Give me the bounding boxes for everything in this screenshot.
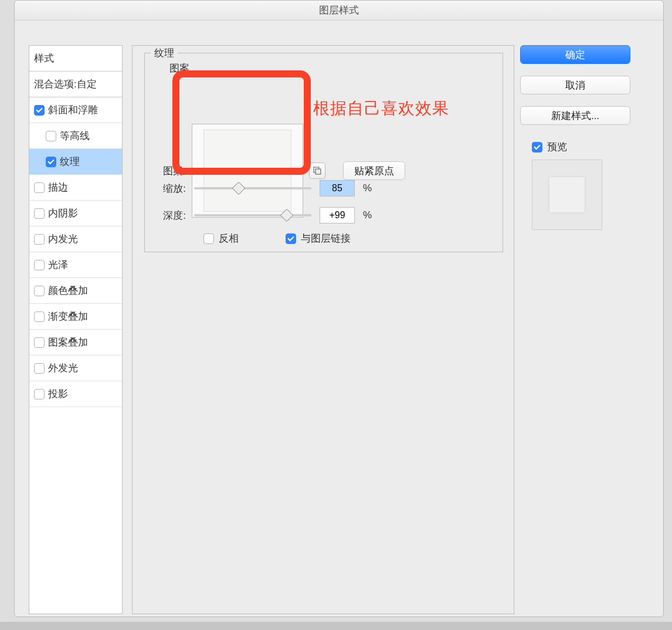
window-content: 样式 混合选项:自定 斜面和浮雕 等高线 纹理 描边: [15, 21, 663, 617]
label-stroke: 描边: [48, 181, 68, 194]
scale-slider[interactable]: [194, 182, 311, 194]
label-texture: 纹理: [60, 155, 80, 168]
sidebar-styles-label: 样式: [34, 52, 54, 65]
label-inner-glow: 内发光: [48, 232, 78, 246]
new-style-button[interactable]: 新建样式...: [520, 106, 630, 125]
bottom-shadow: [0, 622, 672, 630]
sidebar-item-inner-glow[interactable]: 内发光: [29, 226, 122, 252]
label-satin: 光泽: [48, 258, 68, 272]
invert-checkbox[interactable]: [203, 233, 214, 244]
label-color-overlay: 颜色叠加: [48, 284, 88, 297]
sidebar-item-bevel-emboss[interactable]: 斜面和浮雕: [29, 97, 122, 123]
sidebar-styles-header[interactable]: 样式: [29, 46, 122, 72]
preview-checkbox[interactable]: [532, 142, 542, 153]
texture-settings-panel: 纹理 图案 图案: ▾ 贴紧原点 缩放:: [132, 45, 514, 614]
sidebar-item-pattern-overlay[interactable]: 图案叠加: [29, 330, 122, 355]
scale-unit: %: [363, 182, 372, 194]
invert-label: 反相: [219, 232, 239, 245]
window-title: 图层样式: [15, 1, 663, 21]
sidebar-item-stroke[interactable]: 描边: [29, 175, 122, 201]
pattern-new-preset-button[interactable]: [309, 162, 325, 179]
sidebar-blending-options[interactable]: 混合选项:自定: [29, 72, 122, 97]
sidebar-item-texture[interactable]: 纹理: [29, 149, 122, 175]
sidebar-item-contour[interactable]: 等高线: [29, 123, 122, 149]
checkbox-stroke[interactable]: [34, 182, 45, 193]
label-gradient-overlay: 渐变叠加: [48, 310, 88, 323]
label-drop-shadow: 投影: [48, 387, 68, 401]
sidebar-item-satin[interactable]: 光泽: [29, 252, 122, 278]
depth-unit: %: [363, 209, 372, 221]
depth-label: 深度:: [157, 209, 186, 222]
checkbox-gradient-overlay[interactable]: [34, 311, 45, 322]
ok-button[interactable]: 确定: [520, 45, 630, 64]
label-contour: 等高线: [60, 129, 90, 143]
sidebar-item-inner-shadow[interactable]: 内阴影: [29, 201, 122, 226]
checkbox-pattern-overlay[interactable]: [34, 337, 45, 348]
pattern-picker[interactable]: ▾: [192, 124, 303, 218]
pattern-label: 图案:: [157, 164, 186, 178]
preview-shape-icon: [549, 177, 585, 212]
pattern-dropdown-arrow-icon: ▾: [290, 164, 296, 178]
cancel-button[interactable]: 取消: [520, 76, 630, 94]
annotation-text: 根据自己喜欢效果: [313, 97, 449, 120]
depth-input[interactable]: +99: [320, 207, 355, 223]
checkbox-inner-shadow[interactable]: [34, 208, 45, 219]
sidebar-item-drop-shadow[interactable]: 投影: [29, 381, 122, 407]
checkbox-texture[interactable]: [46, 157, 56, 167]
new-preset-icon: [313, 167, 321, 175]
preview-thumbnail: [532, 160, 602, 230]
checkbox-bevel-emboss[interactable]: [34, 105, 45, 116]
checkbox-outer-glow[interactable]: [34, 363, 45, 374]
label-pattern-overlay: 图案叠加: [48, 336, 88, 349]
texture-groupbox: 纹理 图案 图案: ▾ 贴紧原点 缩放:: [144, 53, 503, 252]
checkbox-satin[interactable]: [34, 260, 45, 270]
checkbox-color-overlay[interactable]: [34, 286, 45, 296]
sidebar-item-gradient-overlay[interactable]: 渐变叠加: [29, 304, 122, 330]
scale-label: 缩放:: [157, 182, 186, 195]
label-inner-shadow: 内阴影: [48, 206, 78, 220]
sidebar-item-color-overlay[interactable]: 颜色叠加: [29, 278, 122, 304]
depth-slider[interactable]: [194, 209, 311, 221]
label-bevel-emboss: 斜面和浮雕: [48, 103, 98, 117]
link-with-layer-label: 与图层链接: [301, 232, 351, 245]
preview-label: 预览: [547, 140, 567, 154]
dialog-right-column: 确定 取消 新建样式... 预览: [520, 45, 649, 230]
checkbox-drop-shadow[interactable]: [34, 389, 45, 399]
checkbox-contour[interactable]: [46, 131, 56, 141]
link-with-layer-checkbox[interactable]: [286, 233, 296, 244]
pattern-subgroup-title: 图案: [166, 62, 193, 75]
sidebar-item-outer-glow[interactable]: 外发光: [29, 355, 122, 381]
checkbox-inner-glow[interactable]: [34, 234, 45, 245]
layer-style-window: 图层样式 样式 混合选项:自定 斜面和浮雕 等高线 纹理: [14, 0, 664, 617]
sidebar-blending-label: 混合选项:自定: [34, 77, 97, 91]
texture-group-title: 纹理: [151, 46, 178, 60]
scale-input[interactable]: 85: [320, 180, 355, 197]
styles-sidebar: 样式 混合选项:自定 斜面和浮雕 等高线 纹理 描边: [29, 45, 123, 614]
label-outer-glow: 外发光: [48, 361, 78, 375]
snap-to-origin-button[interactable]: 贴紧原点: [343, 161, 405, 180]
svg-rect-1: [315, 169, 321, 174]
